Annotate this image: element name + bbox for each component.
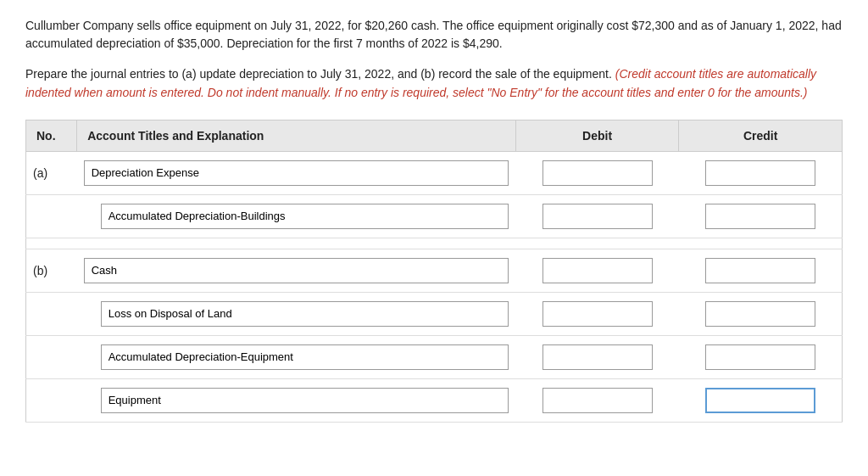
account-cell bbox=[77, 378, 516, 422]
header-account: Account Titles and Explanation bbox=[77, 120, 516, 151]
debit-input[interactable] bbox=[542, 258, 653, 283]
table-row: (b) bbox=[26, 249, 843, 292]
account-input[interactable] bbox=[101, 204, 509, 229]
credit-input[interactable] bbox=[705, 344, 815, 370]
account-cell bbox=[77, 292, 516, 335]
journal-table: No. Account Titles and Explanation Debit… bbox=[25, 120, 843, 423]
debit-cell bbox=[515, 249, 679, 292]
row-number bbox=[26, 378, 77, 422]
credit-cell bbox=[679, 335, 843, 378]
account-cell bbox=[77, 194, 516, 238]
debit-cell bbox=[515, 378, 679, 422]
table-row bbox=[26, 378, 843, 422]
row-spacer bbox=[26, 238, 843, 249]
row-number bbox=[26, 292, 77, 335]
table-row bbox=[26, 335, 843, 378]
account-cell bbox=[77, 335, 516, 378]
account-input[interactable] bbox=[101, 344, 509, 370]
row-number: (a) bbox=[26, 151, 77, 194]
credit-input[interactable] bbox=[705, 258, 815, 283]
intro-paragraph: Cullumber Company sells office equipment… bbox=[25, 17, 843, 53]
debit-input[interactable] bbox=[542, 301, 653, 327]
account-input[interactable] bbox=[84, 160, 509, 186]
table-row bbox=[26, 194, 843, 238]
row-number bbox=[26, 194, 77, 238]
debit-cell bbox=[515, 194, 679, 238]
header-no: No. bbox=[26, 120, 77, 151]
header-debit: Debit bbox=[515, 120, 679, 151]
row-number: (b) bbox=[26, 249, 77, 292]
header-credit: Credit bbox=[679, 120, 843, 151]
debit-cell bbox=[515, 151, 679, 194]
table-row: (a) bbox=[26, 151, 843, 194]
credit-cell bbox=[679, 378, 843, 422]
credit-input[interactable] bbox=[705, 301, 815, 327]
credit-cell bbox=[679, 249, 843, 292]
credit-cell bbox=[679, 194, 843, 238]
table-row bbox=[26, 292, 843, 335]
account-cell bbox=[77, 249, 516, 292]
credit-cell bbox=[679, 151, 843, 194]
row-number bbox=[26, 335, 77, 378]
credit-cell bbox=[679, 292, 843, 335]
debit-input[interactable] bbox=[542, 344, 653, 370]
credit-input[interactable] bbox=[705, 160, 815, 186]
debit-input[interactable] bbox=[542, 204, 653, 229]
debit-cell bbox=[515, 335, 679, 378]
debit-cell bbox=[515, 292, 679, 335]
credit-input[interactable] bbox=[705, 204, 815, 229]
account-input[interactable] bbox=[101, 301, 509, 327]
debit-input[interactable] bbox=[542, 160, 653, 186]
account-cell bbox=[77, 151, 516, 194]
account-input[interactable] bbox=[84, 258, 509, 283]
instructions-prefix: Prepare the journal entries to (a) updat… bbox=[25, 67, 612, 81]
instructions-block: Prepare the journal entries to (a) updat… bbox=[25, 64, 843, 103]
credit-input[interactable] bbox=[705, 388, 815, 413]
debit-input[interactable] bbox=[542, 388, 653, 413]
account-input[interactable] bbox=[101, 388, 509, 413]
